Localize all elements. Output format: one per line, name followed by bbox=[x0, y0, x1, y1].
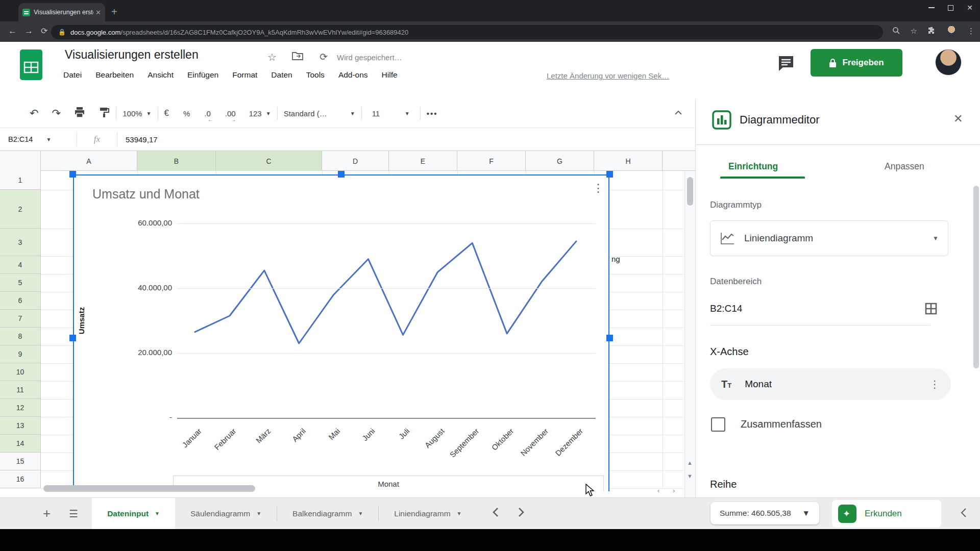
increase-decimal-button[interactable]: .00→ bbox=[225, 109, 236, 118]
row-header-16[interactable]: 16 bbox=[0, 470, 41, 488]
chart-handle-middle-right[interactable] bbox=[606, 335, 613, 341]
column-header-c[interactable]: C bbox=[216, 151, 322, 171]
tab-close-icon[interactable]: ✕ bbox=[95, 9, 101, 16]
tabs-prev-icon[interactable] bbox=[492, 507, 499, 520]
redo-icon[interactable]: ↷ bbox=[52, 107, 61, 119]
collapse-toolbar-icon[interactable] bbox=[673, 107, 684, 120]
menu-add-ons[interactable]: Add-ons bbox=[338, 70, 368, 80]
more-tools-icon[interactable]: ••• bbox=[427, 109, 438, 118]
vertical-scrollbar-thumb[interactable] bbox=[687, 177, 693, 206]
column-header-g[interactable]: G bbox=[526, 151, 594, 171]
sheet-tab-dateninput[interactable]: Dateninput▼ bbox=[92, 498, 175, 530]
row-header-14[interactable]: 14 bbox=[0, 435, 41, 453]
chart-handle-top-middle[interactable] bbox=[338, 171, 345, 178]
new-tab-button[interactable]: + bbox=[111, 6, 117, 18]
row-header-6[interactable]: 6 bbox=[0, 292, 41, 310]
window-minimize-icon[interactable] bbox=[928, 7, 935, 8]
sheet-tab-liniendiagramm[interactable]: Liniendiagramm▼ bbox=[379, 498, 477, 530]
add-sheet-icon[interactable]: + bbox=[43, 506, 51, 521]
column-header-b[interactable]: B bbox=[137, 151, 216, 171]
row-header-8[interactable]: 8 bbox=[0, 328, 41, 345]
window-close-icon[interactable]: ✕ bbox=[967, 4, 973, 11]
row-header-15[interactable]: 15 bbox=[0, 453, 41, 470]
format-percent-button[interactable]: % bbox=[183, 109, 190, 118]
last-change-link[interactable]: Letzte Änderung vor wenigen Sek… bbox=[547, 71, 669, 80]
print-icon[interactable] bbox=[74, 107, 85, 120]
scroll-left-icon[interactable]: ‹ bbox=[657, 487, 659, 494]
forward-icon[interactable]: → bbox=[24, 26, 33, 36]
chart-handle-top-left[interactable] bbox=[69, 171, 76, 178]
scroll-up-icon[interactable]: ▲ bbox=[687, 460, 693, 466]
select-data-range-icon[interactable] bbox=[924, 302, 938, 317]
menu-bearbeiten[interactable]: Bearbeiten bbox=[95, 70, 134, 80]
all-sheets-icon[interactable]: ☰ bbox=[69, 508, 78, 520]
select-all-corner[interactable] bbox=[0, 151, 41, 171]
aggregate-checkbox[interactable] bbox=[711, 417, 725, 432]
row-header-9[interactable]: 9 bbox=[0, 345, 41, 363]
decrease-decimal-button[interactable]: .0← bbox=[204, 109, 211, 118]
panel-scrollbar-thumb[interactable] bbox=[973, 186, 979, 368]
row-header-13[interactable]: 13 bbox=[0, 417, 41, 435]
menu-ansicht[interactable]: Ansicht bbox=[148, 70, 174, 80]
back-icon[interactable]: ← bbox=[8, 26, 17, 36]
document-title[interactable]: Visualisierungen erstellen bbox=[65, 48, 199, 62]
scroll-right-icon[interactable]: › bbox=[673, 487, 675, 494]
share-button[interactable]: Freigeben bbox=[811, 49, 902, 77]
row-header-12[interactable]: 12 bbox=[0, 399, 41, 417]
chart-handle-top-right[interactable] bbox=[606, 171, 613, 178]
sum-dropdown[interactable]: Summe: 460.505,38▼ bbox=[710, 502, 819, 524]
name-box[interactable]: B2:C14▼ bbox=[0, 135, 77, 143]
window-maximize-icon[interactable] bbox=[948, 5, 953, 11]
browser-tab[interactable]: Visualisierungen erstellen - Goog ✕ bbox=[18, 3, 105, 21]
sheet-tab-balkendiagramm[interactable]: Balkendiagramm▼ bbox=[277, 498, 378, 530]
x-axis-kebab-icon[interactable]: ⋮ bbox=[929, 378, 940, 390]
row-header-3[interactable]: 3 bbox=[0, 229, 41, 256]
row-header-11[interactable]: 11 bbox=[0, 381, 41, 399]
menu-einf-gen[interactable]: Einfügen bbox=[187, 70, 218, 80]
menu-tools[interactable]: Tools bbox=[306, 70, 325, 80]
bookmark-star-icon[interactable]: ☆ bbox=[911, 27, 917, 36]
row-header-1[interactable]: 1 bbox=[0, 171, 41, 190]
row-header-2[interactable]: 2 bbox=[0, 190, 41, 229]
chart-type-select[interactable]: Liniendiagramm ▼ bbox=[710, 220, 948, 256]
star-icon[interactable]: ☆ bbox=[267, 51, 277, 63]
extensions-puzzle-icon[interactable] bbox=[927, 27, 936, 36]
tab-einrichtung[interactable]: Einrichtung bbox=[728, 161, 778, 172]
row-header-5[interactable]: 5 bbox=[0, 274, 41, 292]
x-axis-chip[interactable]: TT Monat ⋮ bbox=[710, 368, 951, 400]
reload-icon[interactable]: ⟳ bbox=[41, 26, 47, 36]
font-size-select[interactable]: 11▼ bbox=[368, 109, 414, 118]
row-header-10[interactable]: 10 bbox=[0, 363, 41, 381]
scroll-down-icon[interactable]: ▼ bbox=[687, 473, 693, 479]
row-header-4[interactable]: 4 bbox=[0, 256, 41, 274]
zoom-select[interactable]: 100%▼ bbox=[122, 109, 151, 118]
collapse-panel-icon[interactable] bbox=[960, 507, 968, 521]
number-format-select[interactable]: Standard (…▼ bbox=[284, 109, 355, 118]
user-avatar[interactable] bbox=[935, 49, 962, 76]
embedded-chart[interactable]: Umsatz und Monat ⋮ Umsatz Monat 60.000,0… bbox=[73, 174, 609, 491]
chart-handle-middle-left[interactable] bbox=[69, 335, 76, 341]
formula-input[interactable]: 53949,17 bbox=[117, 135, 158, 144]
tabs-next-icon[interactable] bbox=[518, 507, 525, 520]
menu-daten[interactable]: Daten bbox=[271, 70, 292, 80]
sheets-logo[interactable] bbox=[19, 49, 43, 83]
zoom-lens-icon[interactable] bbox=[892, 27, 900, 36]
menu-datei[interactable]: Datei bbox=[63, 70, 82, 80]
browser-profile-avatar[interactable] bbox=[946, 26, 957, 37]
comments-icon[interactable] bbox=[776, 53, 796, 76]
column-header-h[interactable]: H bbox=[594, 151, 663, 171]
row-header-7[interactable]: 7 bbox=[0, 310, 41, 328]
menu-format[interactable]: Format bbox=[232, 70, 257, 80]
column-header-a[interactable]: A bbox=[41, 151, 137, 171]
horizontal-scrollbar-thumb[interactable] bbox=[43, 485, 255, 492]
column-header-f[interactable]: F bbox=[457, 151, 526, 171]
explore-button[interactable]: Erkunden bbox=[832, 500, 941, 528]
column-header-e[interactable]: E bbox=[389, 151, 457, 171]
spreadsheet-grid[interactable]: ABCDEFGH 12345678910111213141516 ng Umsa… bbox=[0, 151, 695, 497]
column-header-d[interactable]: D bbox=[322, 151, 389, 171]
sheet-tab-s-ulendiagramm[interactable]: Säulendiagramm▼ bbox=[175, 498, 277, 530]
panel-close-icon[interactable]: ✕ bbox=[953, 112, 963, 126]
vertical-scrollbar[interactable]: ▲ ▼ bbox=[684, 171, 695, 497]
format-currency-button[interactable]: € bbox=[164, 108, 169, 118]
browser-menu-kebab-icon[interactable]: ⋮ bbox=[967, 27, 975, 36]
